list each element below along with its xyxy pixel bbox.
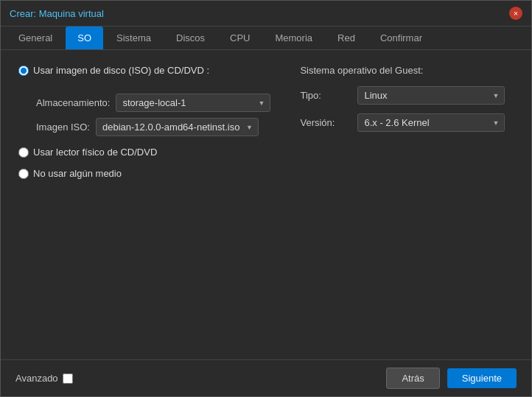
radio-none-label: No usar algún medio	[33, 168, 122, 179]
avanzado-label: Avanzado	[15, 373, 58, 384]
atras-button[interactable]: Atrás	[386, 368, 439, 389]
almacenamiento-label: Almacenamiento:	[36, 97, 110, 108]
footer: Avanzado Atrás Siguiente	[1, 359, 531, 396]
tipo-select-wrapper: Linux Windows Other	[357, 86, 505, 105]
radio-none[interactable]: No usar algún medio	[18, 168, 270, 179]
almacenamiento-row: Almacenamiento: storage-local-1	[36, 94, 270, 112]
imagen-iso-select-wrapper: debian-12.0.0-amd64-netinst.iso	[96, 118, 259, 136]
tab-content: Usar imagen de disco (ISO) de CD/DVD : A…	[1, 50, 531, 359]
version-select[interactable]: 6.x - 2.6 Kernel 5.x - 2.6 Kernel 4.x - …	[357, 113, 505, 132]
left-section: Usar imagen de disco (ISO) de CD/DVD : A…	[18, 65, 270, 179]
tab-bar: General SO Sistema Discos CPU Memoria Re…	[1, 27, 531, 50]
imagen-iso-label: Imagen ISO:	[36, 122, 90, 133]
imagen-iso-row: Imagen ISO: debian-12.0.0-amd64-netinst.…	[36, 118, 270, 136]
tab-confirmar[interactable]: Confirmar	[368, 27, 434, 49]
avanzado-checkbox[interactable]	[63, 373, 73, 384]
radio-iso[interactable]: Usar imagen de disco (ISO) de CD/DVD :	[18, 65, 270, 76]
media-radio-group: Usar imagen de disco (ISO) de CD/DVD : A…	[18, 65, 270, 179]
radio-physical[interactable]: Usar lector físico de CD/DVD	[18, 147, 270, 158]
tab-discos[interactable]: Discos	[164, 27, 217, 49]
almacenamiento-select-wrapper: storage-local-1	[116, 94, 270, 112]
tipo-label: Tipo:	[300, 90, 351, 101]
dialog-title: Crear: Maquina virtual	[10, 8, 104, 19]
iso-indent-group: Almacenamiento: storage-local-1 Imagen I…	[36, 94, 270, 136]
radio-iso-label: Usar imagen de disco (ISO) de CD/DVD :	[33, 65, 209, 76]
tab-red[interactable]: Red	[326, 27, 367, 49]
dialog: Crear: Maquina virtual × General SO Sist…	[0, 0, 532, 397]
guest-os-title: Sistema operativo del Guest:	[300, 65, 514, 76]
version-select-wrapper: 6.x - 2.6 Kernel 5.x - 2.6 Kernel 4.x - …	[357, 113, 505, 132]
right-section: Sistema operativo del Guest: Tipo: Linux…	[300, 65, 514, 179]
title-bar: Crear: Maquina virtual ×	[1, 1, 531, 27]
tab-cpu[interactable]: CPU	[218, 27, 262, 49]
siguiente-button[interactable]: Siguiente	[447, 368, 517, 388]
radio-none-input[interactable]	[18, 169, 29, 179]
tab-memoria[interactable]: Memoria	[263, 27, 324, 49]
imagen-iso-select[interactable]: debian-12.0.0-amd64-netinst.iso	[96, 118, 259, 136]
tab-so[interactable]: SO	[66, 27, 103, 49]
footer-left: Avanzado	[15, 373, 73, 384]
radio-iso-input[interactable]	[18, 66, 29, 76]
tipo-row: Tipo: Linux Windows Other	[300, 86, 514, 105]
radio-physical-label: Usar lector físico de CD/DVD	[33, 147, 157, 158]
radio-physical-input[interactable]	[18, 147, 29, 158]
tipo-select[interactable]: Linux Windows Other	[357, 86, 505, 105]
close-button[interactable]: ×	[509, 7, 522, 20]
version-label: Versión:	[300, 117, 351, 128]
section-row: Usar imagen de disco (ISO) de CD/DVD : A…	[18, 65, 514, 179]
tab-general[interactable]: General	[7, 27, 64, 49]
tab-sistema[interactable]: Sistema	[105, 27, 163, 49]
version-row: Versión: 6.x - 2.6 Kernel 5.x - 2.6 Kern…	[300, 113, 514, 132]
almacenamiento-select[interactable]: storage-local-1	[116, 94, 270, 112]
